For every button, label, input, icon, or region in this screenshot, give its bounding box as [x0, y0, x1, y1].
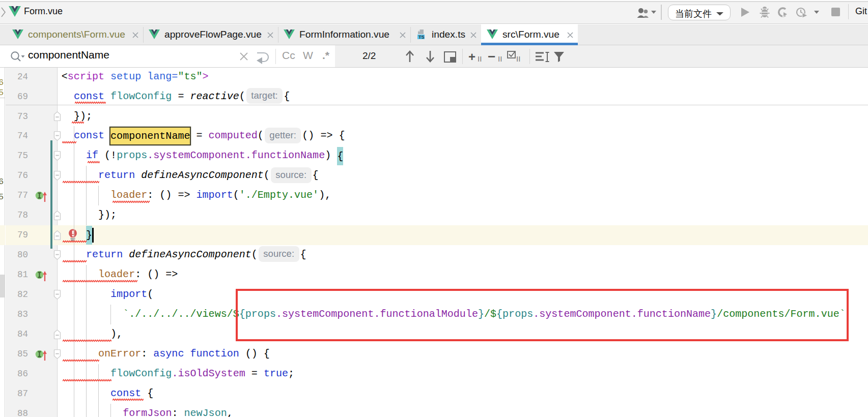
svg-text:TS: TS: [418, 35, 425, 40]
